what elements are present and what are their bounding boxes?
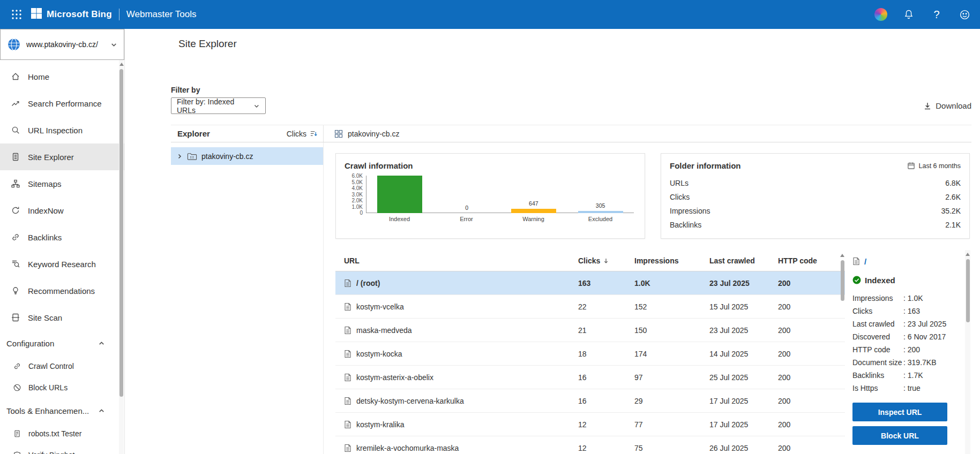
chart-category-label: Warning [500, 216, 567, 222]
column-header-url[interactable]: URL [335, 256, 570, 265]
shield-check-icon [12, 450, 22, 454]
home-icon [11, 72, 20, 81]
sidebar-item-keyword-research[interactable]: Keyword Research [0, 251, 124, 277]
scrollbar-thumb[interactable] [841, 260, 844, 301]
page-icon [344, 350, 351, 358]
scrollbar-thumb[interactable] [119, 69, 123, 397]
sort-descending-icon [310, 130, 318, 138]
scrollbar-thumb[interactable] [966, 259, 970, 322]
sidebar-item-backlinks[interactable]: Backlinks [0, 224, 124, 251]
app-launcher-icon[interactable] [8, 5, 26, 24]
folder-card-title: Folder information [670, 161, 741, 170]
sidebar-item-label: URL Inspection [28, 126, 83, 135]
sidebar-item-block-urls[interactable]: Block URLs [0, 377, 124, 398]
notifications-icon[interactable] [902, 7, 916, 21]
sidebar-item-recommendations[interactable]: Recommendations [0, 277, 124, 304]
topbar-actions: ? [874, 7, 971, 21]
explorer-sort-control[interactable]: Clicks [287, 130, 318, 138]
column-header-last-crawled[interactable]: Last crawled [701, 256, 769, 265]
chart-bar-value: 647 [511, 200, 556, 207]
chevron-down-icon [253, 103, 260, 109]
table-row[interactable]: / (root) 163 1.0K 23 Jul 2025 200 [335, 271, 845, 295]
chart-y-axis: 6.0K 5.0K 4.0K 3.0K 2.0K 1.0K 0 [345, 173, 366, 216]
brand-divider [119, 9, 119, 20]
link-icon [12, 361, 22, 371]
sidebar-item-verify-bingbot[interactable]: Verify Bingbot [0, 444, 124, 454]
sidebar-scrollbar[interactable] [119, 60, 124, 454]
sidebar-section-configuration[interactable]: Configuration [0, 331, 124, 355]
block-icon [12, 383, 22, 392]
sidebar-item-site-scan[interactable]: Site Scan [0, 304, 124, 331]
column-header-clicks[interactable]: Clicks [570, 256, 626, 265]
date-range: Last 6 months [907, 162, 961, 170]
help-icon[interactable]: ? [930, 7, 944, 21]
chart-bar-group-indexed: 6.0K [366, 176, 433, 213]
sidebar-item-site-explorer[interactable]: Site Explorer [0, 143, 124, 170]
download-label: Download [936, 101, 971, 110]
explorer-tree-panel: ptakoviny-cb.cz [171, 142, 324, 454]
sidebar-item-crawl-control[interactable]: Crawl Control [0, 355, 124, 377]
table-row[interactable]: kostym-kocka 18 174 14 Jul 2025 200 [335, 342, 845, 366]
explorer-title: Explorer [177, 129, 210, 138]
link-icon [11, 232, 20, 242]
column-header-impressions[interactable]: Impressions [626, 256, 701, 265]
sidebar-item-label: Site Explorer [28, 153, 74, 162]
table-header: URL Clicks Impressions Last crawled HTTP… [335, 250, 845, 271]
block-url-button[interactable]: Block URL [852, 426, 947, 445]
folder-information-card: Folder information Last 6 months URLs6.8… [661, 153, 970, 239]
table-row[interactable]: kostym-kralika 12 77 17 Jul 2025 200 [335, 413, 845, 436]
page-icon [344, 444, 351, 452]
tree-node-root[interactable]: ptakoviny-cb.cz [171, 147, 323, 165]
chevron-right-icon[interactable] [176, 153, 183, 160]
download-button[interactable]: Download [923, 97, 971, 114]
detail-row: Clicks: 163 [852, 307, 970, 316]
sidebar-item-sitemaps[interactable]: Sitemaps [0, 170, 124, 197]
sidebar-item-url-inspection[interactable]: URL Inspection [0, 117, 124, 143]
chevron-down-icon [110, 41, 117, 48]
feedback-smiley-icon[interactable] [957, 7, 971, 21]
page-title: Site Explorer [178, 38, 237, 50]
sitemap-icon [11, 179, 20, 188]
sidebar-item-search-performance[interactable]: Search Performance [0, 90, 124, 117]
detail-row: Document size: 319.7KB [852, 358, 970, 367]
sidebar-item-home[interactable]: Home [0, 63, 124, 90]
chart-bar [578, 211, 623, 213]
chart-bar-value: 0 [444, 204, 489, 211]
details-url-link[interactable]: / [864, 257, 866, 266]
scrollbar-up-arrow[interactable] [840, 254, 844, 257]
details-scrollbar[interactable] [965, 250, 970, 454]
sidebar-item-label: Keyword Research [28, 260, 96, 269]
main-content: Site Explorer Filter by Filter by: Index… [125, 29, 980, 454]
crawl-information-card: Crawl information 6.0K 5.0K 4.0K 3.0K 2.… [335, 153, 645, 239]
sidebar-item-indexnow[interactable]: IndexNow [0, 197, 124, 224]
top-app-bar: Microsoft Bing Webmaster Tools ? [0, 0, 980, 29]
app-title: Webmaster Tools [126, 9, 197, 20]
date-range-label: Last 6 months [918, 162, 961, 170]
page-icon [344, 302, 351, 311]
table-row[interactable]: kostym-vcelka 22 152 15 Jul 2025 200 [335, 295, 845, 319]
chevron-up-icon [98, 407, 105, 414]
panel-header-band: Explorer Clicks ptakoviny-cb.cz [171, 125, 971, 142]
table-row[interactable]: kostym-asterix-a-obelix 16 97 25 Jul 202… [335, 366, 845, 389]
inspect-url-button[interactable]: Inspect URL [852, 403, 947, 421]
chart-bar [377, 176, 422, 213]
table-scrollbar[interactable] [840, 251, 845, 454]
site-selector[interactable]: www.ptakoviny-cb.cz/ [0, 29, 124, 60]
scrollbar-up-arrow[interactable] [966, 253, 970, 256]
bing-logo-icon[interactable] [874, 7, 888, 21]
sidebar-item-robots-txt-tester[interactable]: robots.txt Tester [0, 423, 124, 444]
scrollbar-up-arrow[interactable] [119, 63, 124, 66]
chart-bar-value: 305 [578, 202, 623, 209]
check-circle-icon [852, 276, 861, 284]
status-badge: Indexed [865, 276, 895, 285]
page-icon [344, 279, 351, 287]
filter-dropdown[interactable]: Filter by: Indexed URLs [171, 97, 266, 114]
lightbulb-icon [11, 286, 20, 296]
column-header-http-code[interactable]: HTTP code [769, 256, 845, 265]
sidebar-section-tools[interactable]: Tools & Enhancemen... [0, 398, 124, 423]
table-row[interactable]: maska-medveda 21 150 23 Jul 2025 200 [335, 319, 845, 342]
table-row[interactable]: detsky-kostym-cervena-karkulka 16 29 17 … [335, 389, 845, 413]
document-icon [11, 152, 20, 162]
section-label: Tools & Enhancemen... [6, 406, 98, 415]
table-row[interactable]: kremilek-a-vochomurka-maska 12 75 26 Jul… [335, 436, 845, 454]
